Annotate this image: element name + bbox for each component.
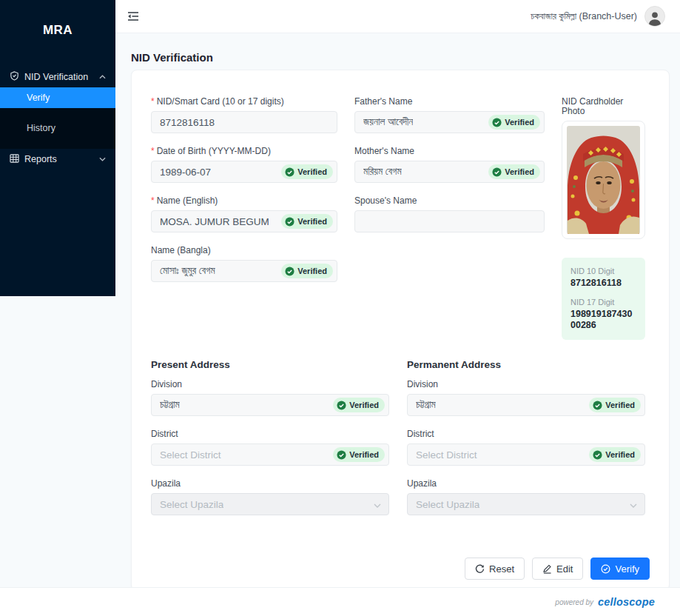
permanent-district-input[interactable]: Select District Verified bbox=[407, 443, 645, 466]
edit-button[interactable]: Edit bbox=[532, 558, 583, 580]
nid-summary-box: NID 10 Digit 8712816118 NID 17 Digit 198… bbox=[562, 258, 645, 340]
required-mark: * bbox=[151, 96, 155, 107]
nid17-value: 19891918743000286 bbox=[570, 309, 636, 331]
sidebar-item-label: NID Verification bbox=[24, 72, 88, 82]
chevron-down-icon bbox=[374, 499, 381, 510]
reset-button[interactable]: Reset bbox=[465, 558, 525, 580]
form-column-2: Father's Name জয়নাল আবেদীন Verified Mot… bbox=[354, 97, 545, 340]
top-header: চকবাজার কুমিল্লা (Branch-User) bbox=[115, 0, 680, 33]
chevron-up-icon bbox=[99, 75, 106, 79]
permanent-address-section: Permanent Address Division চট্টগ্রাম Ver… bbox=[407, 359, 645, 529]
action-buttons: Reset Edit Verify bbox=[151, 558, 650, 580]
name-english-label: *Name (English) bbox=[151, 196, 337, 206]
present-division-label: Division bbox=[151, 380, 389, 389]
user-name: চকবাজার কুমিল্লা (Branch-User) bbox=[531, 11, 637, 22]
permanent-address-title: Permanent Address bbox=[407, 359, 645, 370]
nid10-value: 8712816118 bbox=[570, 278, 636, 289]
sidebar-item-history[interactable]: History bbox=[0, 118, 115, 138]
spouse-name-input[interactable] bbox=[354, 210, 545, 232]
present-division-input[interactable]: চট্টগ্রাম Verified bbox=[151, 394, 389, 416]
present-upazila-label: Upazila bbox=[151, 479, 389, 489]
sidebar-nav: NID Verification Verify History Reports bbox=[0, 67, 115, 170]
check-circle-icon bbox=[285, 167, 294, 177]
celloscope-brand: celloscope bbox=[598, 596, 655, 608]
sidebar-item-verify[interactable]: Verify bbox=[0, 87, 115, 108]
verified-badge: Verified bbox=[488, 164, 540, 179]
nid17-label: NID 17 Digit bbox=[570, 298, 636, 307]
check-circle-icon bbox=[492, 167, 502, 177]
brand-logo: MRA bbox=[0, 0, 115, 67]
present-district-label: District bbox=[151, 429, 389, 439]
check-circle-icon bbox=[593, 450, 602, 460]
present-address-section: Present Address Division চট্টগ্রাম Verif… bbox=[151, 359, 389, 529]
check-circle-icon bbox=[593, 401, 602, 410]
father-name-label: Father's Name bbox=[354, 97, 545, 107]
permanent-division-label: Division bbox=[407, 380, 645, 389]
spouse-name-label: Spouse's Name bbox=[354, 196, 545, 206]
powered-by-text: powered by bbox=[555, 598, 593, 606]
menu-fold-icon[interactable] bbox=[127, 11, 139, 21]
nid10-label: NID 10 Digit bbox=[570, 267, 636, 275]
form-column-3: NID Cardholder Photo bbox=[562, 97, 645, 340]
nid-verification-card: *NID/Smart Card (10 or 17 digits) 871281… bbox=[131, 70, 670, 591]
check-circle-icon bbox=[285, 217, 294, 227]
verified-badge: Verified bbox=[333, 447, 385, 462]
verified-badge: Verified bbox=[333, 398, 385, 412]
page-footer: powered by celloscope bbox=[0, 587, 680, 616]
sidebar-item-nid-verification[interactable]: NID Verification bbox=[0, 67, 115, 87]
present-upazila-select[interactable]: Select Upazila bbox=[151, 493, 389, 515]
mother-name-label: Mother's Name bbox=[354, 147, 545, 156]
sidebar-item-label: Reports bbox=[24, 154, 57, 164]
permanent-upazila-label: Upazila bbox=[407, 479, 645, 489]
table-icon bbox=[10, 154, 19, 165]
sidebar: MRA NID Verification Verify History Repo… bbox=[0, 0, 115, 296]
sidebar-submenu: Verify History bbox=[0, 87, 115, 149]
verified-badge: Verified bbox=[589, 398, 641, 412]
present-address-title: Present Address bbox=[151, 359, 389, 370]
shield-icon bbox=[10, 71, 19, 83]
name-english-input[interactable]: MOSA. JUMUR BEGUM Verified bbox=[151, 210, 337, 232]
name-bangla-input[interactable]: মোসাঃ জুমুর বেগম Verified bbox=[151, 260, 337, 282]
main-content: NID Verification *NID/Smart Card (10 or … bbox=[115, 51, 680, 591]
nid-photo bbox=[567, 126, 640, 234]
present-district-input[interactable]: Select District Verified bbox=[151, 443, 389, 466]
verified-badge: Verified bbox=[488, 115, 540, 130]
sidebar-item-reports[interactable]: Reports bbox=[0, 149, 115, 170]
edit-icon bbox=[542, 564, 552, 574]
name-bangla-label: Name (Bangla) bbox=[151, 246, 337, 255]
required-mark: * bbox=[151, 195, 155, 206]
chevron-down-icon bbox=[630, 499, 637, 510]
dob-input[interactable]: 1989-06-07 Verified bbox=[151, 161, 337, 183]
verified-badge: Verified bbox=[281, 264, 333, 278]
required-mark: * bbox=[151, 146, 155, 156]
page-title: NID Verification bbox=[131, 51, 670, 64]
reset-icon bbox=[475, 564, 485, 574]
avatar bbox=[644, 6, 665, 27]
form-column-1: *NID/Smart Card (10 or 17 digits) 871281… bbox=[151, 97, 337, 340]
mother-name-input[interactable]: মরিয়ম বেগম Verified bbox=[354, 161, 545, 183]
chevron-down-icon bbox=[99, 157, 106, 161]
user-menu[interactable]: চকবাজার কুমিল্লা (Branch-User) bbox=[531, 6, 665, 27]
nid-photo-frame bbox=[562, 121, 645, 239]
check-circle-icon bbox=[337, 450, 346, 460]
check-circle-icon bbox=[337, 401, 346, 410]
check-circle-icon bbox=[285, 267, 294, 276]
verified-badge: Verified bbox=[281, 214, 333, 229]
permanent-upazila-select[interactable]: Select Upazila bbox=[407, 493, 645, 515]
photo-label: NID Cardholder Photo bbox=[562, 97, 645, 116]
father-name-input[interactable]: জয়নাল আবেদীন Verified bbox=[354, 111, 545, 133]
check-circle-icon bbox=[492, 118, 502, 127]
nid-label: *NID/Smart Card (10 or 17 digits) bbox=[151, 97, 337, 107]
verified-badge: Verified bbox=[589, 447, 641, 462]
dob-label: *Date of Birth (YYYY-MM-DD) bbox=[151, 147, 337, 156]
verified-badge: Verified bbox=[281, 164, 333, 179]
permanent-division-input[interactable]: চট্টগ্রাম Verified bbox=[407, 394, 645, 416]
nid-input[interactable]: 8712816118 bbox=[151, 111, 337, 133]
check-circle-icon bbox=[601, 564, 610, 574]
permanent-district-label: District bbox=[407, 429, 645, 439]
verify-button[interactable]: Verify bbox=[590, 558, 650, 580]
